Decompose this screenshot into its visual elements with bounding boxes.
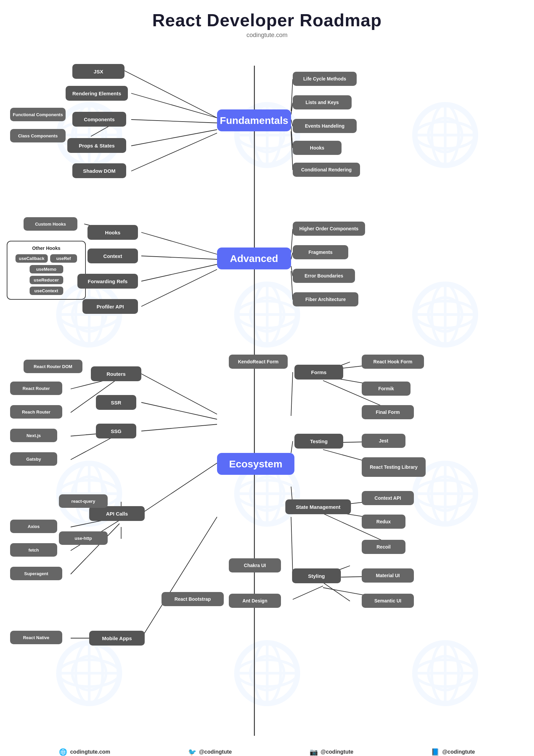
context-node: Context [87, 249, 138, 263]
state-management-node: State Management [285, 499, 351, 514]
svg-point-17 [415, 122, 475, 149]
forms-node: Forms [294, 365, 343, 380]
conditional-node: Conditional Rendering [293, 163, 360, 177]
footer-facebook-text: @codingtute [442, 749, 475, 755]
svg-point-55 [72, 656, 106, 690]
reach-router-node: Reach Router [10, 405, 62, 419]
footer: 🌐 codingtute.com 🐦 @codingtute 📷 @coding… [0, 745, 534, 756]
ecosystem-node: Ecosystem [217, 453, 294, 475]
svg-point-35 [415, 301, 475, 328]
svg-line-89 [141, 269, 217, 306]
svg-line-74 [131, 93, 217, 118]
svg-point-58 [76, 643, 103, 703]
use-http-node: use-http [59, 531, 108, 545]
svg-line-88 [141, 264, 217, 281]
testing-node: Testing [294, 434, 343, 449]
usememo-node: useMemo [30, 265, 63, 273]
svg-line-87 [141, 256, 217, 259]
svg-line-79 [131, 133, 217, 171]
ssr-node: SSR [96, 395, 136, 410]
footer-website: 🌐 codingtute.com [59, 748, 110, 756]
svg-point-64 [254, 643, 281, 703]
svg-line-73 [124, 71, 217, 118]
final-form-node: Final Form [362, 405, 414, 419]
svg-point-71 [415, 660, 475, 687]
shadow-dom-node: Shadow DOM [72, 163, 126, 178]
svg-point-16 [432, 105, 459, 165]
props-states-node: Props & States [67, 138, 126, 153]
instagram-icon: 📷 [310, 748, 318, 756]
react-router-node: React Router [10, 382, 62, 395]
facebook-icon: 📘 [431, 748, 439, 756]
advanced-node: Advanced [217, 248, 291, 269]
functional-components-node: Functional Components [10, 108, 66, 121]
svg-point-31 [428, 298, 462, 331]
components-node: Components [72, 112, 126, 127]
footer-website-text: codingtute.com [70, 749, 110, 755]
react-router-dom-node: React Router DOM [24, 360, 82, 373]
material-ui-node: Material UI [362, 568, 414, 583]
svg-point-52 [432, 463, 459, 524]
svg-point-54 [59, 643, 119, 703]
react-bootstrap-node: React Bootstrap [162, 592, 224, 606]
svg-line-110 [291, 372, 293, 416]
svg-point-53 [415, 480, 475, 507]
svg-line-98 [141, 402, 217, 419]
svg-point-34 [432, 284, 459, 345]
rendering-elements-node: Rendering Elements [66, 86, 128, 101]
lists-keys-node: Lists and Keys [293, 95, 352, 109]
redux-node: Redux [362, 515, 405, 529]
react-hook-form-node: React Hook Form [362, 355, 424, 369]
svg-line-125 [323, 583, 350, 601]
svg-point-25 [250, 298, 284, 331]
svg-point-13 [428, 118, 462, 152]
useref-node: useRef [50, 254, 77, 263]
events-node: Events Handeling [293, 119, 357, 133]
chakra-ui-node: Chakra UI [229, 558, 281, 572]
svg-point-49 [428, 477, 462, 511]
fragments-node: Fragments [293, 245, 348, 259]
svg-point-12 [415, 105, 475, 165]
hooks-fund-node: Hooks [293, 141, 342, 155]
globe-icon: 🌐 [59, 748, 67, 756]
svg-point-30 [415, 284, 475, 345]
svg-point-60 [237, 643, 297, 703]
ssg-node: SSG [96, 424, 136, 438]
page-title: React Developer Roadmap [0, 0, 534, 30]
ant-design-node: Ant Design [229, 594, 281, 608]
svg-point-66 [415, 643, 475, 703]
hoc-node: Higher Order Components [293, 222, 365, 236]
svg-point-61 [250, 656, 284, 690]
forwarding-refs-node: Forwarding Refs [77, 274, 138, 289]
custom-hooks-node: Custom Hooks [24, 217, 77, 231]
hooks-adv-node: Hooks [87, 225, 138, 240]
react-native-node: React Native [10, 631, 62, 644]
svg-line-126 [293, 586, 323, 599]
api-calls-node: API Calls [89, 506, 145, 521]
twitter-icon: 🐦 [188, 748, 197, 756]
error-boundaries-node: Error Boundaries [293, 269, 355, 283]
svg-point-43 [250, 477, 284, 511]
svg-line-85 [141, 232, 217, 254]
superagent-node: Superagent [10, 567, 62, 580]
styling-node: Styling [292, 568, 341, 583]
footer-facebook: 📘 @codingtute [431, 748, 475, 756]
svg-line-75 [131, 120, 217, 123]
svg-point-67 [428, 656, 462, 690]
page-subtitle: codingtute.com [0, 32, 534, 39]
footer-instagram-text: @codingtute [321, 749, 353, 755]
context-api-node: Context API [362, 491, 414, 505]
svg-point-29 [237, 301, 297, 328]
svg-point-24 [237, 284, 297, 345]
react-testing-library-node: React Testing Library [362, 457, 426, 477]
svg-point-59 [59, 660, 119, 687]
svg-line-78 [131, 130, 217, 146]
jest-node: Jest [362, 434, 405, 448]
svg-point-28 [254, 284, 281, 345]
usecallback-node: useCallback [15, 254, 48, 263]
kendoreact-form-node: KendoReact Form [229, 355, 288, 369]
jsx-node: JSX [72, 64, 124, 79]
diagram: Fundamentals JSX Rendering Elements Comp… [0, 45, 534, 756]
footer-instagram: 📷 @codingtute [310, 748, 353, 756]
svg-point-65 [237, 660, 297, 687]
